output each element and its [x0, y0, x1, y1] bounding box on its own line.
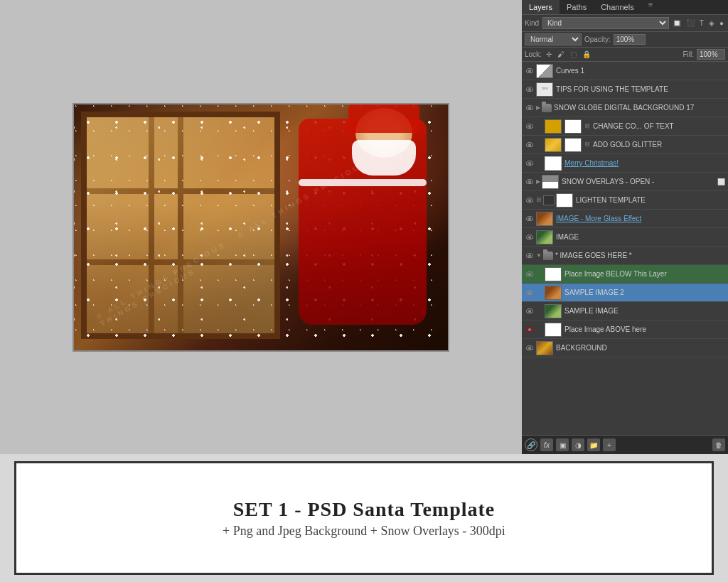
layer-thumbnail	[542, 175, 559, 189]
new-group-button[interactable]: 📁	[587, 438, 600, 451]
layer-row[interactable]: Merry Christmas!	[522, 154, 728, 173]
layer-chain-icon: ⛓	[584, 123, 592, 129]
panel-menu-icon[interactable]: ≡	[648, 0, 653, 14]
lock-row: Lock: ✛ 🖌 ⬚ 🔒 Fill:	[522, 48, 728, 62]
eye-icon	[526, 198, 533, 203]
image-area: © ALL THINGS PRECIOUS © ALL THINGS PRECI…	[0, 0, 522, 454]
eye-icon	[526, 253, 533, 258]
layer-visibility-toggle[interactable]	[525, 158, 535, 168]
group-chevron[interactable]: ▶	[536, 104, 540, 111]
layer-thumbnail	[556, 193, 573, 208]
layer-row[interactable]: ▶ SNOW OVERLAYS - OPEN - ⬜	[522, 173, 728, 191]
layer-thumbnail	[536, 212, 553, 226]
type-filter-icon[interactable]: T	[698, 18, 705, 28]
layer-visibility-toggle[interactable]	[525, 177, 535, 187]
layer-visibility-toggle[interactable]	[525, 325, 535, 335]
layer-visibility-toggle[interactable]	[525, 122, 535, 131]
layer-visibility-toggle[interactable]	[525, 85, 535, 95]
layer-thumbnail	[545, 286, 562, 300]
layer-row[interactable]: ⛓ ADD GOLD GLITTER	[522, 136, 728, 154]
filter-icons: 🔲 ⬛ T ◈ ●	[671, 18, 725, 28]
layer-thumbnail	[536, 64, 553, 78]
lock-position-icon[interactable]: ✛	[545, 50, 553, 59]
link-layers-button[interactable]: 🔗	[525, 438, 537, 451]
folder-icon	[542, 104, 552, 112]
layer-row[interactable]: SAMPLE IMAGE	[522, 302, 728, 320]
eye-icon	[526, 345, 533, 350]
layer-row[interactable]: Curves 1	[522, 62, 728, 80]
layer-name: BACKGROUND	[556, 344, 725, 352]
shape-filter-icon[interactable]: ◈	[707, 18, 716, 28]
filter-dropdown[interactable]: Kind	[542, 17, 669, 29]
layer-name: SAMPLE IMAGE 2	[564, 289, 725, 296]
smart-filter-icon[interactable]: ●	[718, 18, 725, 28]
layer-row[interactable]: ⛓ LIGHTEN TEMPLATE	[522, 191, 728, 210]
layer-name: CHANGE CO... OF TEXT	[593, 122, 725, 130]
lock-paint-icon[interactable]: 🖌	[556, 50, 566, 59]
layer-visibility-toggle[interactable]	[525, 66, 535, 76]
layer-row[interactable]: TIPS TIPS FOR USING THE TEMPLATE	[522, 80, 728, 99]
layer-row[interactable]: ⛓ CHANGE CO... OF TEXT	[522, 117, 728, 136]
layer-row[interactable]: SAMPLE IMAGE 2	[522, 284, 728, 302]
fx-button[interactable]: fx	[540, 438, 553, 451]
layer-name: SNOW GLOBE DIGITAL BACKGROUND 17	[554, 104, 725, 112]
layer-name: LIGHTEN TEMPLATE	[576, 196, 725, 204]
layer-visibility-toggle[interactable]	[525, 251, 535, 261]
add-mask-button[interactable]: ▣	[556, 438, 569, 451]
bottom-section: SET 1 - PSD Santa Template + Png and Jpe…	[14, 461, 714, 575]
new-adjustment-button[interactable]: ◑	[572, 438, 584, 451]
eye-icon	[526, 327, 533, 332]
layer-visibility-toggle[interactable]	[525, 140, 535, 150]
layer-visibility-toggle[interactable]	[525, 306, 535, 316]
layer-thumbnail	[536, 230, 553, 244]
layer-visibility-toggle[interactable]	[525, 103, 535, 113]
blend-mode-dropdown[interactable]: Normal Multiply Screen Lighten	[525, 33, 582, 45]
layer-thumbnail	[545, 119, 562, 134]
layer-icon	[543, 195, 555, 205]
opacity-input[interactable]	[614, 34, 646, 45]
new-layer-button[interactable]: +	[603, 438, 616, 451]
delete-layer-button[interactable]: 🗑	[712, 438, 725, 451]
layer-row[interactable]: IMAGE - More Glass Effect	[522, 210, 728, 228]
layer-visibility-toggle[interactable]	[525, 343, 535, 353]
eye-icon	[526, 271, 533, 276]
layer-thumbnail	[545, 304, 562, 318]
layer-thumbnail: TIPS	[536, 82, 553, 97]
layer-name: Curves 1	[556, 67, 725, 75]
tab-layers[interactable]: Layers	[522, 0, 560, 14]
layer-name: TIPS FOR USING THE TEMPLATE	[556, 85, 725, 93]
layer-row[interactable]: ▶ SNOW GLOBE DIGITAL BACKGROUND 17	[522, 99, 728, 117]
layer-visibility-toggle[interactable]	[525, 269, 535, 279]
group-chevron[interactable]: ▶	[536, 178, 540, 185]
layer-thumbnail	[545, 323, 562, 337]
group-chevron[interactable]: ▼	[536, 252, 542, 259]
layer-name: SAMPLE IMAGE	[564, 307, 725, 315]
eye-icon	[526, 216, 533, 221]
layer-row[interactable]: ▼ * IMAGE GOES HERE *	[522, 247, 728, 265]
layer-chain-icon: ⛓	[584, 141, 592, 148]
bottom-subtitle: + Png and Jpeg Background + Snow Overlay…	[223, 524, 505, 539]
layer-name: Place Image BELOW This Layer	[564, 270, 725, 278]
layer-row[interactable]: Place Image ABOVE here	[522, 320, 728, 339]
layer-row[interactable]: Place Image BELOW This Layer	[522, 265, 728, 284]
layer-row[interactable]: BACKGROUND	[522, 339, 728, 357]
layer-name: SNOW OVERLAYS - OPEN -	[562, 178, 716, 185]
layer-row[interactable]: IMAGE	[522, 228, 728, 247]
layer-mask-thumbnail	[564, 119, 582, 134]
santa-hat	[348, 104, 419, 133]
layer-visibility-toggle[interactable]	[525, 232, 535, 242]
layer-name: Place Image ABOVE here	[564, 325, 725, 333]
layer-visibility-toggle[interactable]	[525, 288, 535, 298]
tab-paths[interactable]: Paths	[560, 0, 594, 14]
tab-channels[interactable]: Channels	[594, 0, 641, 14]
pixel-filter-icon[interactable]: 🔲	[671, 18, 682, 28]
adjustment-filter-icon[interactable]: ⬛	[685, 18, 696, 28]
lock-all-icon[interactable]: 🔒	[581, 50, 592, 59]
fill-input[interactable]	[697, 49, 725, 60]
eye-icon	[526, 290, 533, 295]
blend-mode-row: Normal Multiply Screen Lighten Opacity:	[522, 32, 728, 48]
eye-icon	[526, 68, 533, 73]
layer-visibility-toggle[interactable]	[525, 214, 535, 224]
lock-artboards-icon[interactable]: ⬚	[569, 50, 578, 59]
layer-visibility-toggle[interactable]	[525, 195, 535, 205]
